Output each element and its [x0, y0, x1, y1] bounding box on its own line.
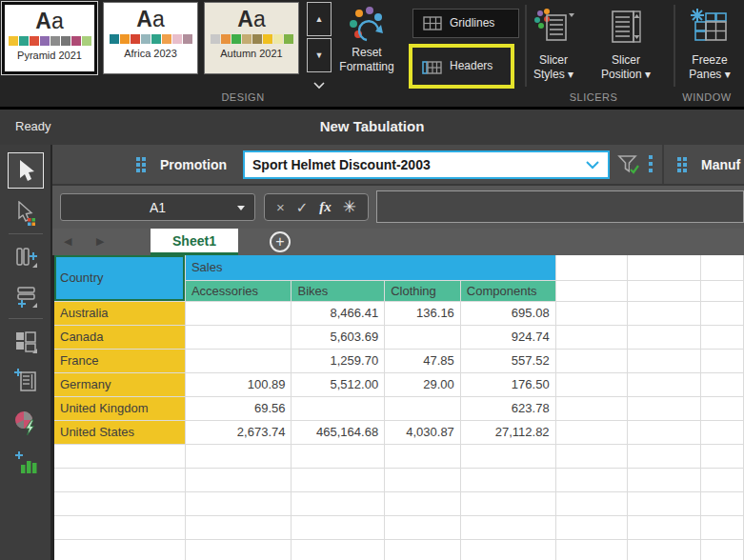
data-cell[interactable]: 29.00 [385, 372, 461, 396]
layout-blocks-button[interactable] [8, 324, 44, 360]
corner-header-cell[interactable]: Country [54, 255, 185, 301]
data-cell[interactable]: 1,259.70 [292, 349, 385, 372]
empty-cell[interactable] [185, 349, 292, 372]
empty-cell[interactable] [385, 325, 461, 349]
slicer-position-button[interactable]: Slicer Position ▾ [593, 2, 659, 90]
empty-cell[interactable] [627, 396, 701, 420]
empty-cell[interactable] [555, 420, 627, 444]
empty-cell[interactable] [555, 468, 627, 491]
empty-cell[interactable] [701, 396, 744, 420]
row-header-cell[interactable]: France [54, 349, 185, 372]
empty-cell[interactable] [555, 325, 627, 349]
theme-card[interactable]: AaAutumn 2021 [204, 2, 299, 74]
column-header-cell[interactable]: Bikes [292, 280, 385, 301]
empty-cell[interactable] [385, 515, 461, 539]
drag-handle-icon[interactable] [136, 157, 147, 173]
empty-cell[interactable] [555, 280, 627, 301]
gallery-scroll-down-button[interactable]: ▼ [307, 38, 332, 72]
data-cell[interactable]: 924.74 [460, 325, 555, 349]
empty-cell[interactable] [185, 515, 292, 539]
data-cell[interactable]: 47.85 [385, 349, 461, 372]
empty-cell[interactable] [460, 539, 555, 560]
theme-card[interactable]: AaPyramid 2021 [2, 2, 97, 74]
empty-cell[interactable] [701, 444, 744, 468]
data-cell[interactable]: 623.78 [460, 396, 555, 420]
gallery-scroll-up-button[interactable]: ▲ [307, 2, 332, 36]
column-header-cell[interactable]: Clothing [385, 280, 461, 301]
insert-chart-button[interactable] [8, 444, 44, 480]
empty-cell[interactable] [555, 491, 627, 515]
empty-cell[interactable] [385, 539, 461, 560]
empty-cell[interactable] [292, 539, 385, 560]
empty-cell[interactable] [627, 255, 701, 280]
empty-cell[interactable] [627, 325, 701, 349]
empty-cell[interactable] [555, 444, 627, 468]
data-cell[interactable]: 695.08 [460, 301, 555, 325]
empty-cell[interactable] [292, 444, 385, 468]
empty-cell[interactable] [385, 444, 461, 468]
empty-cell[interactable] [627, 491, 701, 515]
data-cell[interactable]: 465,164.68 [292, 420, 385, 444]
column-header-cell[interactable]: Accessories [185, 280, 292, 301]
filter-applied-icon[interactable] [617, 154, 640, 175]
empty-cell[interactable] [555, 539, 627, 560]
format-select-tool-button[interactable] [8, 195, 44, 231]
insert-function-button[interactable]: fx [319, 199, 332, 215]
drag-handle-icon[interactable] [677, 157, 688, 173]
row-header-cell[interactable]: Australia [54, 301, 185, 325]
empty-cell[interactable] [701, 349, 744, 372]
data-cell[interactable]: 69.56 [185, 396, 292, 420]
data-cell[interactable]: 557.52 [460, 349, 555, 372]
empty-cell[interactable] [627, 515, 701, 539]
next-sheet-button[interactable]: ▶ [96, 235, 104, 248]
empty-cell[interactable] [385, 396, 461, 420]
ai-assistant-icon[interactable]: ✳ [343, 197, 356, 217]
empty-cell[interactable] [460, 491, 555, 515]
insert-column-button[interactable] [8, 240, 44, 276]
empty-cell[interactable] [185, 539, 292, 560]
data-cell[interactable]: 4,030.87 [385, 420, 461, 444]
empty-cell[interactable] [701, 372, 744, 396]
empty-cell[interactable] [555, 396, 627, 420]
empty-cell[interactable] [185, 301, 292, 325]
empty-cell[interactable] [292, 515, 385, 539]
empty-cell[interactable] [701, 491, 744, 515]
empty-cell[interactable] [460, 515, 555, 539]
data-cell[interactable]: 5,603.69 [292, 325, 385, 349]
empty-cell[interactable] [292, 468, 385, 491]
headers-toggle-button[interactable]: Headers [416, 51, 508, 81]
slicer-styles-button[interactable]: Slicer Styles ▾ [520, 2, 587, 90]
empty-cell[interactable] [701, 420, 744, 444]
empty-cell[interactable] [292, 491, 385, 515]
empty-cell[interactable] [185, 325, 292, 349]
empty-cell[interactable] [385, 468, 461, 491]
data-cell[interactable]: 5,512.00 [292, 372, 385, 396]
empty-cell[interactable] [460, 444, 555, 468]
empty-cell[interactable] [627, 539, 701, 560]
empty-cell[interactable] [627, 420, 701, 444]
empty-cell[interactable] [701, 515, 744, 539]
row-header-cell[interactable]: United States [54, 420, 185, 444]
name-box[interactable]: A1 [60, 193, 255, 221]
data-cell[interactable]: 136.16 [385, 301, 461, 325]
empty-cell[interactable] [385, 491, 461, 515]
empty-cell[interactable] [701, 280, 744, 301]
empty-cell[interactable] [555, 255, 627, 280]
prev-sheet-button[interactable]: ◀ [64, 235, 71, 248]
row-header-cell[interactable]: Germany [54, 372, 185, 396]
gridlines-toggle-button[interactable]: Gridlines [412, 9, 519, 38]
empty-cell[interactable] [292, 396, 385, 420]
empty-cell[interactable] [555, 372, 627, 396]
reset-formatting-button[interactable]: Reset Formatting [332, 4, 402, 90]
empty-cell[interactable] [54, 491, 185, 515]
empty-cell[interactable] [701, 468, 744, 491]
confirm-entry-button[interactable]: ✓ [296, 199, 309, 216]
select-tool-button[interactable] [8, 152, 44, 189]
empty-cell[interactable] [627, 468, 701, 491]
formula-input[interactable] [376, 190, 744, 223]
empty-cell[interactable] [185, 468, 292, 491]
data-cell[interactable]: 8,466.41 [292, 301, 385, 325]
empty-cell[interactable] [701, 325, 744, 349]
empty-cell[interactable] [701, 255, 744, 280]
filter-dropdown[interactable]: Sport Helmet Discount-2003 [243, 150, 610, 179]
